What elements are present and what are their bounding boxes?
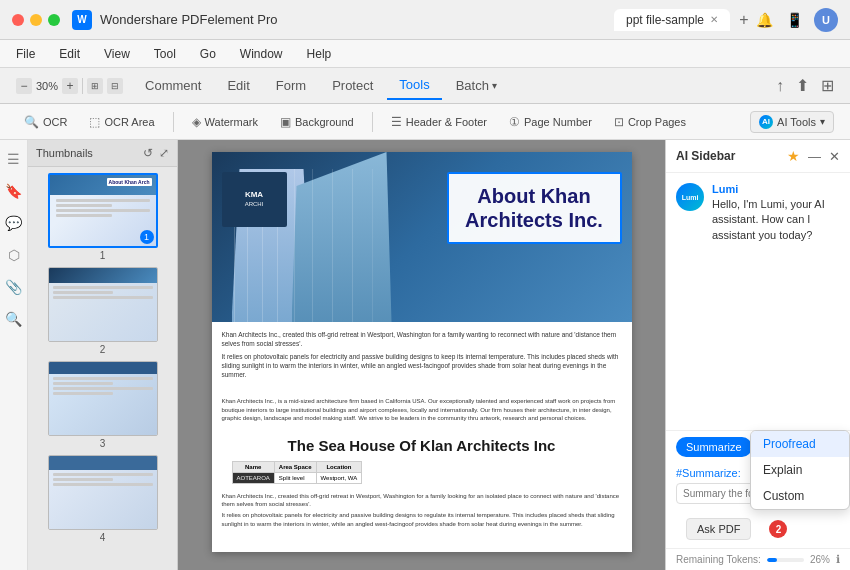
attachment-icon[interactable]: 📎 [3, 276, 25, 298]
layers-icon[interactable]: ⬡ [3, 244, 25, 266]
zoom-in-button[interactable]: + [62, 78, 78, 94]
menu-bar: File Edit View Tool Go Window Help [0, 40, 850, 68]
section-para-1: Khan Architects Inc., created this off-g… [222, 492, 622, 509]
logo-text: KMAARCHI [245, 191, 264, 209]
context-menu-custom[interactable]: Custom [751, 483, 849, 509]
section-body-text: Khan Architects Inc., created this off-g… [212, 488, 632, 533]
menu-window[interactable]: Window [236, 45, 287, 63]
header-footer-button[interactable]: ☰ Header & Footer [383, 112, 495, 132]
menu-view[interactable]: View [100, 45, 134, 63]
section-heading: The Sea House Of Klan Architects Inc [222, 437, 622, 455]
menu-edit[interactable]: Edit [55, 45, 84, 63]
ai-sidebar: AI Sidebar ★ — ✕ Lumi Lumi Hello, I'm Lu… [665, 140, 850, 570]
watermark-button[interactable]: ◈ Watermark [184, 112, 266, 132]
upload-icon[interactable]: ↑ [776, 77, 784, 95]
ai-close-icon[interactable]: ✕ [829, 149, 840, 164]
ai-name: Lumi [712, 183, 840, 195]
document-tab[interactable]: ppt file-sample ✕ [614, 9, 730, 31]
ai-greeting-row: Lumi Lumi Hello, I'm Lumi, your AI assis… [676, 183, 840, 243]
ai-tools-button[interactable]: AI AI Tools ▾ [750, 111, 834, 133]
expand-icon[interactable]: ⤢ [159, 146, 169, 160]
tab-edit[interactable]: Edit [215, 72, 261, 99]
thumb-label-2: 2 [100, 344, 106, 355]
ai-minimize-icon[interactable]: — [808, 149, 821, 164]
avatar[interactable]: U [814, 8, 838, 32]
ask-pdf-row: Ask PDF 2 [666, 510, 850, 548]
tab-close-icon[interactable]: ✕ [710, 14, 718, 25]
batch-dropdown-icon: ▾ [492, 80, 497, 91]
close-button[interactable] [12, 14, 24, 26]
body-para-1: Khan Architects Inc., created this off-g… [222, 330, 622, 348]
notification-icon[interactable]: 🔔 [754, 10, 774, 30]
page-title-box: About KhanArchitects Inc. [447, 172, 622, 244]
ai-header-icons: ★ — ✕ [787, 148, 840, 164]
page-section-2: Khan Architects Inc., is a mid-sized arc… [212, 391, 632, 428]
thumb-label-1: 1 [100, 250, 106, 261]
menu-go[interactable]: Go [196, 45, 220, 63]
thumb-badge-1: 1 [140, 230, 154, 244]
page-logo: KMAARCHI [222, 172, 287, 227]
watermark-icon: ◈ [192, 115, 201, 129]
menu-tool[interactable]: Tool [150, 45, 180, 63]
ocr-area-button[interactable]: ⬚ OCR Area [81, 112, 162, 132]
context-menu-explain[interactable]: Explain [751, 457, 849, 483]
new-tab-button[interactable]: + [734, 10, 754, 30]
ai-sidebar-title: AI Sidebar [676, 149, 735, 163]
section2-para: Khan Architects Inc., is a mid-sized arc… [222, 397, 622, 422]
context-menu: Proofread Explain Custom [750, 430, 850, 510]
fit-width-button[interactable]: ⊟ [107, 78, 123, 94]
columns-icon[interactable]: ⊞ [821, 76, 834, 95]
thumbnails-sidebar: Thumbnails ↺ ⤢ About Khan Arch [28, 140, 178, 570]
tab-form[interactable]: Form [264, 72, 318, 99]
thumbnail-2[interactable]: 2 [34, 267, 171, 355]
page-number-icon: ① [509, 115, 520, 129]
tab-tools[interactable]: Tools [387, 71, 441, 100]
ai-chat-area: Lumi Lumi Hello, I'm Lumi, your AI assis… [666, 173, 850, 430]
minimize-button[interactable] [30, 14, 42, 26]
thumbnail-3[interactable]: 3 [34, 361, 171, 449]
toolbar-separator-1 [173, 112, 174, 132]
thumb-label-4: 4 [100, 532, 106, 543]
fit-page-button[interactable]: ⊞ [87, 78, 103, 94]
crop-pages-button[interactable]: ⊡ Crop Pages [606, 112, 694, 132]
ai-star-icon[interactable]: ★ [787, 148, 800, 164]
context-menu-proofread[interactable]: Proofread [751, 431, 849, 457]
ai-sidebar-header: AI Sidebar ★ — ✕ [666, 140, 850, 173]
tab-protect[interactable]: Protect [320, 72, 385, 99]
ai-tools-area: AI AI Tools ▾ [750, 111, 834, 133]
sidebar-header: Thumbnails ↺ ⤢ [28, 140, 177, 167]
bookmark-icon[interactable]: 🔖 [3, 180, 25, 202]
data-table: Name Area Space Location AOTEAROA Split … [232, 461, 363, 484]
title-bar: W Wondershare PDFelement Pro ppt file-sa… [0, 0, 850, 40]
menu-help[interactable]: Help [303, 45, 336, 63]
share-icon[interactable]: ⬆ [796, 76, 809, 95]
background-button[interactable]: ▣ Background [272, 112, 362, 132]
tokens-info-icon[interactable]: ℹ [836, 553, 840, 566]
thumbnail-1[interactable]: About Khan Arch 1 1 [34, 173, 171, 261]
token-bar [767, 558, 804, 562]
zoom-out-button[interactable]: − [16, 78, 32, 94]
tokens-pct: 26% [810, 554, 830, 565]
tab-batch[interactable]: Batch ▾ [444, 72, 509, 99]
background-icon: ▣ [280, 115, 291, 129]
thumb-img-1: About Khan Arch 1 [48, 173, 158, 248]
tab-bar: ppt file-sample ✕ + [614, 9, 754, 31]
maximize-button[interactable] [48, 14, 60, 26]
thumbnail-4[interactable]: 4 [34, 455, 171, 543]
rotate-icon[interactable]: ↺ [143, 146, 153, 160]
search-icon[interactable]: 🔍 [3, 308, 25, 330]
ask-pdf-button[interactable]: Ask PDF [686, 518, 751, 540]
pages-icon[interactable]: ☰ [3, 148, 25, 170]
comment-icon[interactable]: 💬 [3, 212, 25, 234]
thumb-img-2 [48, 267, 158, 342]
page-number-button[interactable]: ① Page Number [501, 112, 600, 132]
tab-comment[interactable]: Comment [133, 72, 213, 99]
menu-file[interactable]: File [12, 45, 39, 63]
summarize-button[interactable]: Summarize [676, 437, 752, 457]
ai-tools-icon: AI [759, 115, 773, 129]
device-icon[interactable]: 📱 [784, 10, 804, 30]
header-footer-icon: ☰ [391, 115, 402, 129]
zoom-value: 30% [36, 80, 58, 92]
ocr-button[interactable]: 🔍 OCR [16, 112, 75, 132]
app-name: Wondershare PDFelement Pro [100, 12, 614, 27]
